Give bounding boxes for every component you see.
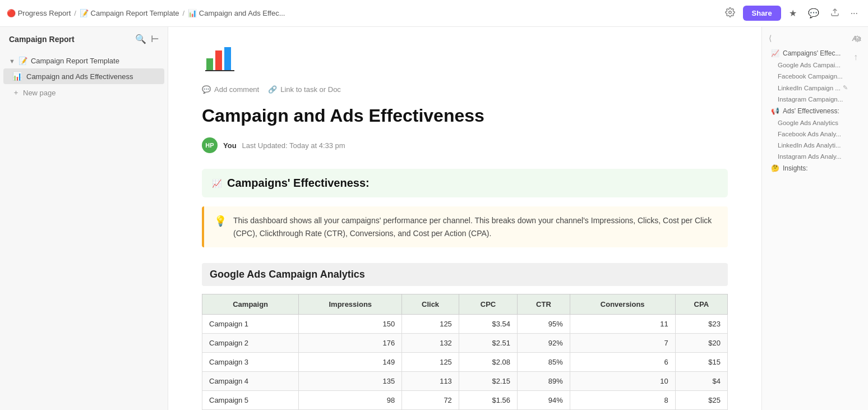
table-cell: $23 (675, 315, 727, 334)
toc-google-ads-analytics[interactable]: Google Ads Analytics (767, 117, 864, 128)
comment-icon: 💬 (202, 85, 211, 94)
table-cell: $15 (675, 353, 727, 372)
sidebar-parent-campaign-report[interactable]: ▼ 📝 Campaign Report Template (0, 53, 168, 68)
svg-rect-2 (206, 58, 213, 71)
chat-icon-btn[interactable]: 💬 (805, 6, 823, 21)
toc-insights[interactable]: 🤔 Insights: (767, 162, 864, 174)
link-icon: 🔗 (268, 85, 277, 94)
sidebar-title: Campaign Report (9, 35, 75, 44)
table-cell: 89% (518, 372, 570, 391)
table-row: Campaign 4135113$2.1589%10$4 (202, 372, 728, 391)
svg-rect-3 (215, 50, 222, 71)
toc-facebook-ads-analytics[interactable]: Facebook Ads Analy... (767, 128, 864, 140)
table-cell: 94% (518, 391, 570, 410)
toc-instagram-campaign[interactable]: Instagram Campaign... (767, 94, 864, 105)
export-icon-btn[interactable] (827, 6, 843, 21)
toc-icon-3: 🤔 (771, 164, 779, 172)
table-cell: Campaign 1 (202, 315, 299, 334)
toc-instagram-ads-analytics[interactable]: Instagram Ads Analy... (767, 151, 864, 162)
toc-campaigns-effectiveness[interactable]: 📈 Campaigns' Effec... (767, 47, 864, 59)
search-icon[interactable]: 🔍 (135, 34, 146, 44)
table-cell: 125 (402, 315, 459, 334)
right-panel-tools: ⚙ ↑ (853, 34, 861, 62)
collapse-panel-icon[interactable]: ⟨ (769, 34, 772, 43)
main-layout: Campaign Report 🔍 ⊢ ▼ 📝 Campaign Report … (0, 27, 868, 410)
callout-icon: 💡 (214, 215, 227, 239)
author-row: HP You Last Updated: Today at 4:33 pm (202, 137, 728, 153)
toc-ads-effectiveness[interactable]: 📢 Ads' Effectiveness: (767, 105, 864, 117)
breadcrumb-sep-2: / (183, 9, 185, 17)
toc-linkedin-ads-analytics[interactable]: LinkedIn Ads Analyti... (767, 140, 864, 151)
table-header-ctr: CTR (518, 294, 570, 315)
table-cell: $4 (675, 372, 727, 391)
table-cell: 150 (299, 315, 402, 334)
table-cell: 85% (518, 353, 570, 372)
campaign-report-icon: 📝 (80, 9, 89, 17)
table-header-cpc: CPC (459, 294, 517, 315)
more-options-btn[interactable]: ··· (847, 6, 861, 21)
toc-facebook-campaign[interactable]: Facebook Campaign... (767, 71, 864, 82)
table-cell: 7 (570, 334, 675, 353)
sidebar-item-campaign-ads[interactable]: 📊 Campaign and Ads Effectiveness (3, 68, 164, 84)
table-cell: 11 (570, 315, 675, 334)
breadcrumb-sep-1: / (74, 9, 76, 17)
table-cell: 176 (299, 334, 402, 353)
progress-report-icon: 🔴 (7, 9, 16, 17)
toc-icon-2: 📢 (771, 107, 779, 115)
settings-icon-btn[interactable] (722, 5, 738, 22)
google-ads-table: Campaign Impressions Click CPC CTR Conve… (202, 294, 728, 410)
table-header-impressions: Impressions (299, 294, 402, 315)
table-cell: 8 (570, 391, 675, 410)
collapse-icon[interactable]: ⊢ (151, 34, 159, 44)
toc-linkedin-campaign[interactable]: LinkedIn Campaign ... ✎ (767, 82, 864, 94)
google-ads-section-title: Google Ads Campaign Analytics (202, 263, 728, 286)
table-cell: Campaign 2 (202, 334, 299, 353)
add-comment-button[interactable]: 💬 Add comment (202, 83, 259, 96)
page-icon[interactable] (202, 40, 238, 76)
right-panel-header: ⟨ Aa (767, 34, 864, 43)
breadcrumb-item-3[interactable]: 📊 Campaign and Ads Effec... (188, 9, 285, 17)
breadcrumb-item-1[interactable]: 🔴 Progress Report (7, 9, 71, 17)
table-header-cpa: CPA (675, 294, 727, 315)
table-cell: $2.08 (459, 353, 517, 372)
table-cell: 149 (299, 353, 402, 372)
table-cell: 92% (518, 334, 570, 353)
toc-icon-1: 📈 (771, 49, 779, 57)
table-cell: $1.56 (459, 391, 517, 410)
table-row: Campaign 59872$1.5694%8$25 (202, 391, 728, 410)
avatar: HP (202, 137, 218, 153)
new-page-button[interactable]: ＋ New page (3, 84, 164, 101)
table-cell: 72 (402, 391, 459, 410)
sidebar-tree: ▼ 📝 Campaign Report Template 📊 Campaign … (0, 51, 168, 103)
chevron-down-icon: ▼ (9, 58, 15, 65)
section-heading-text: Campaigns' Effectiveness: (227, 177, 370, 190)
parent-label: Campaign Report Template (31, 57, 119, 65)
upload-icon[interactable]: ↑ (853, 52, 861, 62)
share-button[interactable]: Share (743, 6, 781, 21)
table-cell: 135 (299, 372, 402, 391)
table-header-campaign: Campaign (202, 294, 299, 315)
right-panel: ⟨ Aa 📈 Campaigns' Effec... Google Ads Ca… (761, 27, 868, 410)
table-cell: 132 (402, 334, 459, 353)
settings-gear-icon[interactable]: ⚙ (853, 34, 861, 44)
table-cell: Campaign 5 (202, 391, 299, 410)
svg-point-0 (728, 11, 731, 13)
svg-rect-4 (224, 47, 231, 71)
star-icon-btn[interactable]: ★ (786, 6, 800, 21)
content-area: 💬 Add comment 🔗 Link to task or Doc Camp… (168, 27, 761, 410)
table-header-conversions: Conversions (570, 294, 675, 315)
topbar-actions: Share ★ 💬 ··· (722, 5, 861, 22)
table-cell: $2.15 (459, 372, 517, 391)
table-cell: 95% (518, 315, 570, 334)
page-title: Campaign and Ads Effectiveness (202, 105, 728, 126)
campaign-ads-icon: 📊 (188, 9, 197, 17)
callout-text: This dashboard shows all your campaigns'… (233, 214, 718, 239)
table-cell: Campaign 4 (202, 372, 299, 391)
table-cell: 125 (402, 353, 459, 372)
table-row: Campaign 1150125$3.5495%11$23 (202, 315, 728, 334)
link-to-task-button[interactable]: 🔗 Link to task or Doc (268, 83, 341, 96)
parent-icon: 📝 (19, 57, 27, 65)
toc-google-ads-campaign[interactable]: Google Ads Campai... (767, 59, 864, 71)
breadcrumb-item-2[interactable]: 📝 Campaign Report Template (80, 9, 179, 17)
table-cell: $2.51 (459, 334, 517, 353)
